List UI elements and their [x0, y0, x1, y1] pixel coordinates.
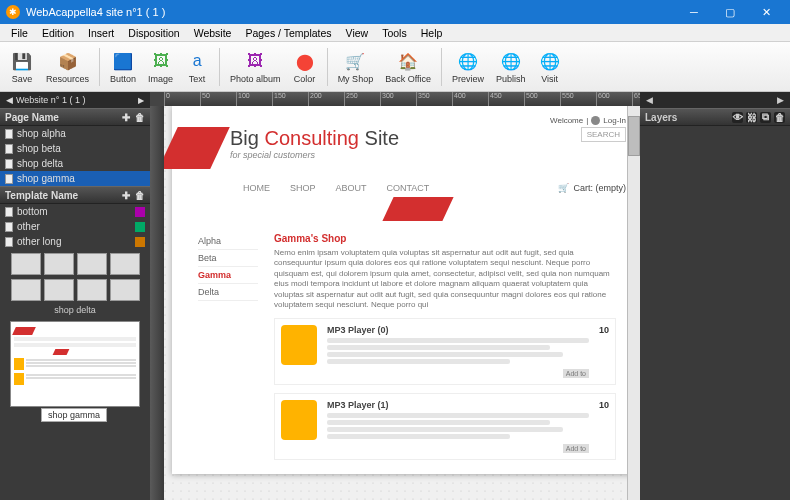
template-item[interactable]: other long — [0, 234, 150, 249]
sidemenu-delta[interactable]: Delta — [198, 284, 258, 301]
toolbar: 💾Save📦Resources🟦Button🖼ImageaText🖼Photo … — [0, 42, 790, 92]
menu-website[interactable]: Website — [187, 27, 239, 39]
site-tab[interactable]: ◀ Website n° 1 ( 1 ) ▶ — [0, 92, 150, 108]
menu-disposition[interactable]: Disposition — [121, 27, 186, 39]
page-item[interactable]: shop beta — [0, 141, 150, 156]
menu-file[interactable]: File — [4, 27, 35, 39]
logo-shape — [164, 127, 230, 169]
template-item[interactable]: other — [0, 219, 150, 234]
sidemenu-beta[interactable]: Beta — [198, 250, 258, 267]
thumb-small[interactable] — [77, 253, 107, 275]
minimize-button[interactable]: ─ — [676, 0, 712, 24]
toolbar-visit[interactable]: 🌐Visit — [532, 47, 568, 86]
vertical-scrollbar[interactable] — [627, 106, 640, 500]
page-item[interactable]: shop gamma — [0, 171, 150, 186]
thumb-caption-1: shop delta — [4, 305, 146, 315]
toolbar-publish[interactable]: 🌐Publish — [490, 47, 532, 86]
publish-icon: 🌐 — [499, 49, 523, 73]
cart-icon: 🛒 — [558, 183, 569, 193]
logo-subtitle: for special customers — [230, 150, 399, 160]
toolbar-text[interactable]: aText — [179, 47, 215, 86]
nav-home[interactable]: HOME — [243, 183, 270, 193]
maximize-button[interactable]: ▢ — [712, 0, 748, 24]
toolbar-myshop[interactable]: 🛒My Shop — [332, 47, 380, 86]
search-box[interactable]: SEARCH — [581, 127, 626, 142]
content-heading: Gamma's Shop — [274, 233, 616, 244]
add-to-cart-button[interactable]: Add to — [563, 369, 589, 378]
side-menu: AlphaBetaGammaDelta — [198, 233, 258, 460]
layer-link-icon[interactable]: ⛓ — [746, 112, 757, 123]
product-price: 10 — [599, 325, 609, 335]
cart[interactable]: 🛒Cart: (empty) — [558, 183, 626, 193]
pages-header-label: Page Name — [5, 112, 59, 123]
add-to-cart-button[interactable]: Add to — [563, 444, 589, 453]
layer-delete-icon[interactable]: 🗑 — [774, 112, 785, 123]
menubar: FileEditionInsertDispositionWebsitePages… — [0, 24, 790, 42]
add-page-icon[interactable]: ✚ — [120, 112, 131, 123]
thumb-small[interactable] — [110, 279, 140, 301]
page-item[interactable]: shop alpha — [0, 126, 150, 141]
ruler-horizontal: 050100150200250300350400450500550600650 — [164, 92, 640, 106]
thumb-large[interactable]: shop gamma — [10, 321, 140, 407]
layers-panel-header: Layers 👁 ⛓ ⧉ 🗑 — [640, 108, 790, 126]
delete-page-icon[interactable]: 🗑 — [134, 112, 145, 123]
preview-icon: 🌐 — [456, 49, 480, 73]
page-canvas[interactable]: Welcome | Log-In Big Consulting Site for… — [172, 106, 627, 474]
toolbar-preview[interactable]: 🌐Preview — [446, 47, 490, 86]
button-icon: 🟦 — [111, 49, 135, 73]
product-name: MP3 Player (1) — [327, 400, 589, 410]
layer-visibility-icon[interactable]: 👁 — [732, 112, 743, 123]
myshop-icon: 🛒 — [343, 49, 367, 73]
delete-template-icon[interactable]: 🗑 — [134, 190, 145, 201]
left-panel: ◀ Website n° 1 ( 1 ) ▶ Page Name ✚ 🗑 sho… — [0, 92, 150, 500]
toolbar-image[interactable]: 🖼Image — [142, 47, 179, 86]
nav-row: HOMESHOPABOUTCONTACT🛒Cart: (empty) — [243, 183, 626, 193]
product-card: MP3 Player (0)Add to10 — [274, 318, 616, 385]
nav-shop[interactable]: SHOP — [290, 183, 316, 193]
thumb-small[interactable] — [44, 279, 74, 301]
thumb-small[interactable] — [44, 253, 74, 275]
welcome-label: Welcome — [550, 116, 583, 125]
toolbar-backoffice[interactable]: 🏠Back Office — [379, 47, 437, 86]
right-panel: ◀▶ Layers 👁 ⛓ ⧉ 🗑 — [640, 92, 790, 500]
menu-edition[interactable]: Edition — [35, 27, 81, 39]
content-area: Gamma's Shop Nemo enim ipsam voluptatem … — [274, 233, 616, 460]
menu-tools[interactable]: Tools — [375, 27, 414, 39]
menu-view[interactable]: View — [339, 27, 376, 39]
site-tab-label: Website n° 1 ( 1 ) — [16, 95, 85, 105]
menu-pagestemplates[interactable]: Pages / Templates — [238, 27, 338, 39]
template-list: bottomotherother long — [0, 204, 150, 249]
thumb-small[interactable] — [110, 253, 140, 275]
sidemenu-gamma[interactable]: Gamma — [198, 267, 258, 284]
login-link[interactable]: Log-In — [603, 116, 626, 125]
backoffice-icon: 🏠 — [396, 49, 420, 73]
product-tag-icon — [281, 400, 317, 440]
viewport[interactable]: Welcome | Log-In Big Consulting Site for… — [164, 106, 627, 500]
toolbar-photoalbum[interactable]: 🖼Photo album — [224, 47, 287, 86]
toolbar-color[interactable]: ⬤Color — [287, 47, 323, 86]
template-item[interactable]: bottom — [0, 204, 150, 219]
pages-panel-header: Page Name ✚ 🗑 — [0, 108, 150, 126]
profile-icon — [591, 116, 600, 125]
nav-contact[interactable]: CONTACT — [387, 183, 430, 193]
sidemenu-alpha[interactable]: Alpha — [198, 233, 258, 250]
toolbar-save[interactable]: 💾Save — [4, 47, 40, 86]
product-tag-icon — [281, 325, 317, 365]
thumb-small[interactable] — [77, 279, 107, 301]
toolbar-resources[interactable]: 📦Resources — [40, 47, 95, 86]
page-item[interactable]: shop delta — [0, 156, 150, 171]
thumb-small[interactable] — [11, 279, 41, 301]
nav-about[interactable]: ABOUT — [336, 183, 367, 193]
toolbar-button[interactable]: 🟦Button — [104, 47, 142, 86]
menu-insert[interactable]: Insert — [81, 27, 121, 39]
close-button[interactable]: ✕ — [748, 0, 784, 24]
thumb-small[interactable] — [11, 253, 41, 275]
layer-duplicate-icon[interactable]: ⧉ — [760, 112, 771, 123]
thumb-caption-2: shop gamma — [41, 408, 107, 422]
menu-help[interactable]: Help — [414, 27, 450, 39]
layers-header-label: Layers — [645, 112, 677, 123]
titlebar: ✱ WebAcappella4 site n°1 ( 1 ) ─ ▢ ✕ — [0, 0, 790, 24]
add-template-icon[interactable]: ✚ — [120, 190, 131, 201]
product-name: MP3 Player (0) — [327, 325, 589, 335]
text-icon: a — [185, 49, 209, 73]
